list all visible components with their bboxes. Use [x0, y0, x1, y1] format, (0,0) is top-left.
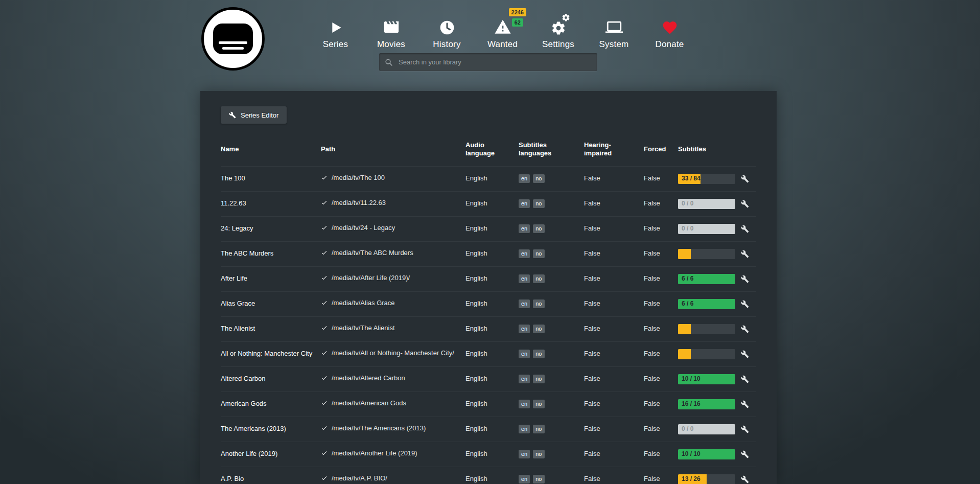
progress-label: 6 / 6: [682, 300, 693, 308]
progress-label: 0 / 0: [682, 200, 693, 208]
series-name[interactable]: After Life: [221, 274, 321, 283]
language-badge: en: [519, 450, 530, 458]
series-name[interactable]: 24: Legacy: [221, 224, 321, 233]
series-editor-button[interactable]: Series Editor: [221, 106, 287, 124]
small-gear-icon: [562, 13, 570, 22]
table-row: Another Life (2019) /media/tv/Another Li…: [221, 442, 756, 467]
subtitle-languages-value: enno: [519, 350, 584, 358]
nav-donate[interactable]: Donate: [642, 8, 697, 50]
content-panel: Series Editor Name Path Audio language S…: [200, 91, 777, 484]
play-icon: [328, 15, 344, 36]
edit-series-button[interactable]: [739, 300, 756, 308]
hearing-impaired-value: False: [584, 224, 644, 233]
subtitle-languages-value: enno: [519, 249, 584, 258]
table-row: All or Nothing: Manchester City /media/t…: [221, 341, 756, 366]
audio-language-value: English: [465, 375, 519, 383]
search-icon: [385, 58, 393, 66]
series-name[interactable]: Altered Carbon: [221, 375, 321, 383]
forced-value: False: [644, 224, 678, 233]
nav-series[interactable]: Series: [308, 8, 363, 50]
hearing-impaired-value: False: [584, 199, 644, 208]
check-icon: [321, 274, 328, 284]
series-name[interactable]: The Americans (2013): [221, 425, 321, 433]
series-name[interactable]: The 100: [221, 174, 321, 183]
language-badge: en: [519, 199, 530, 208]
series-name[interactable]: Another Life (2019): [221, 450, 321, 458]
nav-wanted[interactable]: 2246 62 Wanted: [475, 8, 530, 50]
series-path: /media/tv/A.P. BIO/: [321, 474, 465, 484]
table-row: American Gods /media/tv/American Gods En…: [221, 391, 756, 417]
nav-history[interactable]: History: [419, 8, 475, 50]
audio-language-value: English: [465, 350, 519, 358]
progress-label: 13 / 26: [682, 475, 701, 483]
language-badge: en: [519, 425, 530, 433]
nav-label: Movies: [377, 39, 405, 50]
subtitle-languages-value: enno: [519, 199, 584, 208]
series-name[interactable]: All or Nothing: Manchester City: [221, 350, 321, 358]
series-path: /media/tv/24 - Legacy: [321, 224, 465, 234]
series-name[interactable]: American Gods: [221, 400, 321, 408]
forced-value: False: [644, 299, 678, 308]
check-icon: [321, 425, 328, 434]
progress-label: 10 / 10: [682, 375, 701, 383]
language-badge: no: [533, 375, 544, 383]
edit-series-button[interactable]: [739, 275, 756, 283]
edit-series-button[interactable]: [739, 200, 756, 208]
edit-series-button[interactable]: [739, 225, 756, 233]
edit-series-button[interactable]: [739, 400, 756, 408]
edit-series-button[interactable]: [739, 475, 756, 483]
series-name[interactable]: Alias Grace: [221, 299, 321, 308]
progress-label: 33 / 84: [682, 175, 701, 183]
edit-series-button[interactable]: [739, 175, 756, 183]
nav-system[interactable]: System: [586, 8, 642, 50]
audio-language-value: English: [465, 224, 519, 233]
check-icon: [321, 375, 328, 384]
path-text: /media/tv/24 - Legacy: [332, 224, 395, 233]
edit-series-button[interactable]: [739, 425, 756, 433]
series-path: /media/tv/Alias Grace: [321, 299, 465, 309]
subtitle-languages-value: enno: [519, 400, 584, 408]
search-input[interactable]: [398, 58, 592, 66]
progress-fill: [678, 249, 691, 259]
nav-settings[interactable]: Settings: [530, 8, 586, 50]
check-icon: [321, 325, 328, 334]
audio-language-value: English: [465, 199, 519, 208]
language-badge: no: [533, 299, 544, 308]
subtitles-progress-bar: 0 / 0: [678, 224, 735, 234]
forced-value: False: [644, 425, 678, 433]
edit-series-button[interactable]: [739, 375, 756, 383]
app-logo[interactable]: [201, 7, 265, 71]
series-name[interactable]: A.P. Bio: [221, 475, 321, 483]
progress-label: 16 / 16: [682, 400, 701, 408]
main-nav: Series Movies History 2246 62 Wanted: [308, 8, 697, 50]
path-text: /media/tv/After Life (2019)/: [332, 274, 410, 283]
table-header: Name Path Audio language Subtitles langu…: [221, 137, 756, 166]
nav-label: Series: [323, 39, 348, 50]
table-row: The Americans (2013) /media/tv/The Ameri…: [221, 417, 756, 442]
table-row: The 100 /media/tv/The 100 English enno F…: [221, 166, 756, 191]
series-path: /media/tv/The Alienist: [321, 324, 465, 334]
series-path: /media/tv/The Americans (2013): [321, 424, 465, 434]
header-name: Name: [221, 145, 321, 153]
forced-value: False: [644, 400, 678, 408]
series-name[interactable]: The Alienist: [221, 325, 321, 333]
language-badge: no: [533, 224, 544, 233]
edit-series-button[interactable]: [739, 325, 756, 333]
nav-movies[interactable]: Movies: [363, 8, 419, 50]
path-text: /media/tv/Alias Grace: [332, 299, 395, 308]
audio-language-value: English: [465, 299, 519, 308]
subtitle-languages-value: enno: [519, 475, 584, 483]
table-body: The 100 /media/tv/The 100 English enno F…: [221, 166, 756, 484]
edit-series-button[interactable]: [739, 450, 756, 458]
path-text: /media/tv/Another Life (2019): [332, 449, 417, 458]
series-name[interactable]: 11.22.63: [221, 199, 321, 208]
edit-series-button[interactable]: [739, 350, 756, 358]
header-audio-language: Audio language: [465, 141, 519, 158]
audio-language-value: English: [465, 425, 519, 433]
series-path: /media/tv/The ABC Murders: [321, 249, 465, 259]
series-name[interactable]: The ABC Murders: [221, 249, 321, 258]
film-icon: [383, 15, 400, 36]
edit-series-button[interactable]: [739, 250, 756, 258]
check-icon: [321, 299, 328, 309]
path-text: /media/tv/The Americans (2013): [332, 424, 426, 433]
